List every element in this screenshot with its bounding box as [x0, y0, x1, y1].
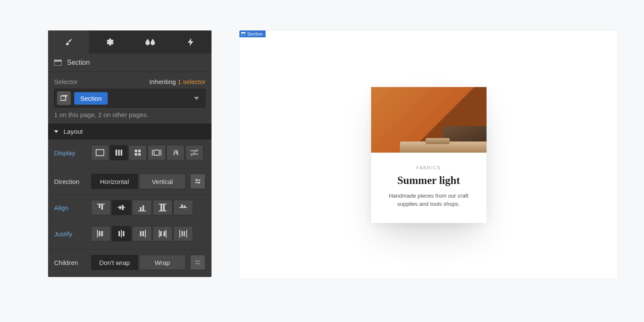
selector-inheriting-link[interactable]: 1 selector — [178, 78, 206, 85]
breadcrumb-label: Section — [67, 59, 90, 66]
tab-effects[interactable] — [130, 30, 171, 54]
children-buttons: Don't wrap Wrap — [91, 255, 186, 270]
justify-end-icon — [138, 230, 146, 238]
layout-title: Layout — [63, 128, 83, 135]
display-inline-block-icon — [151, 150, 162, 156]
display-buttons: |A| — [91, 145, 203, 160]
reverse-icon — [194, 259, 202, 266]
align-baseline-button[interactable] — [173, 200, 193, 215]
gear-icon — [105, 37, 114, 47]
selector-meta: 1 on this page, 2 on other pages. — [48, 111, 212, 123]
selector-header: Selector Inheriting 1 selector — [48, 72, 212, 89]
justify-start-icon — [97, 230, 105, 238]
display-grid-icon — [135, 150, 141, 156]
canvas-selection-badge[interactable]: Section — [239, 30, 266, 37]
breadcrumb: Section — [48, 54, 212, 72]
panel-tabs — [48, 30, 212, 54]
children-row: Children Don't wrap Wrap — [48, 249, 212, 277]
canvas-selection-label: Section — [247, 31, 263, 36]
direction-row: Direction Horizontal Vertical — [48, 168, 212, 194]
canvas-section[interactable]: Section FABRICS Summer light Handmade pi… — [239, 30, 618, 279]
children-wrap-button[interactable]: Wrap — [139, 255, 186, 270]
display-row: Display |A| — [48, 139, 212, 166]
display-inline-icon: |A| — [173, 149, 178, 156]
section-icon — [241, 32, 245, 36]
align-start-button[interactable] — [91, 200, 111, 215]
display-grid-button[interactable] — [129, 145, 147, 160]
justify-around-button[interactable] — [173, 226, 193, 241]
card-image — [371, 87, 487, 153]
direction-vertical-button[interactable]: Vertical — [139, 174, 186, 189]
card-title: Summer light — [383, 175, 475, 187]
brush-icon — [64, 37, 73, 47]
svg-rect-1 — [54, 60, 62, 62]
children-nowrap-button[interactable]: Don't wrap — [91, 255, 138, 270]
reverse-icon — [194, 178, 202, 185]
svg-rect-2 — [60, 96, 66, 100]
display-inline-block-button[interactable] — [148, 145, 166, 160]
direction-buttons: Horizontal Vertical — [91, 174, 186, 189]
display-flex-button[interactable] — [110, 145, 128, 160]
card-eyebrow: FABRICS — [383, 166, 475, 170]
display-none-icon — [190, 149, 198, 156]
direction-reverse-button[interactable] — [190, 174, 206, 189]
layout-group-header[interactable]: Layout — [48, 123, 212, 139]
direction-horizontal-button[interactable]: Horizontal — [91, 174, 138, 189]
selector-field[interactable]: Section — [54, 89, 206, 108]
direction-label: Direction — [54, 178, 87, 185]
selector-state-icon — [60, 95, 67, 101]
card-description: Handmade pieces from our craft supplies … — [383, 192, 475, 208]
justify-center-icon — [118, 230, 125, 238]
justify-row: Justify — [48, 220, 212, 247]
caret-down-icon — [54, 130, 58, 133]
tab-interactions[interactable] — [171, 30, 212, 54]
justify-end-button[interactable] — [132, 226, 152, 241]
svg-rect-5 — [241, 32, 245, 33]
display-inline-button[interactable]: |A| — [166, 145, 184, 160]
display-flex-icon — [115, 150, 122, 156]
justify-start-button[interactable] — [91, 226, 111, 241]
card-body: FABRICS Summer light Handmade pieces fro… — [371, 153, 487, 223]
align-buttons — [91, 200, 193, 215]
align-row: Align — [48, 194, 212, 220]
chevron-down-icon — [194, 97, 199, 100]
canvas-content: FABRICS Summer light Handmade pieces fro… — [240, 31, 617, 279]
children-reverse-button[interactable] — [190, 255, 206, 270]
selector-chip[interactable]: Section — [74, 92, 108, 105]
selector-state-button[interactable] — [57, 91, 71, 105]
tab-settings[interactable] — [89, 30, 130, 54]
justify-label: Justify — [54, 230, 87, 238]
justify-between-button[interactable] — [153, 226, 172, 241]
align-center-button[interactable] — [112, 200, 131, 215]
align-baseline-icon — [179, 204, 187, 211]
align-stretch-button[interactable] — [153, 200, 172, 215]
svg-rect-3 — [62, 95, 67, 96]
justify-around-icon — [179, 230, 187, 238]
display-block-button[interactable] — [91, 145, 109, 160]
justify-buttons — [91, 226, 193, 241]
tab-style[interactable] — [48, 30, 89, 54]
droplets-icon — [145, 37, 155, 47]
selector-inheriting: Inheriting 1 selector — [149, 78, 206, 85]
style-panel: Section Selector Inheriting 1 selector S… — [48, 30, 212, 277]
display-label: Display — [54, 149, 87, 156]
justify-center-button[interactable] — [112, 226, 131, 241]
selector-label: Selector — [54, 78, 78, 85]
align-start-icon — [97, 204, 105, 211]
display-none-button[interactable] — [185, 145, 203, 160]
align-center-icon — [118, 204, 125, 211]
section-icon — [54, 60, 62, 66]
align-end-icon — [138, 204, 146, 211]
product-card[interactable]: FABRICS Summer light Handmade pieces fro… — [371, 87, 487, 223]
align-label: Align — [54, 204, 87, 211]
display-block-icon — [96, 149, 104, 156]
children-label: Children — [54, 259, 87, 266]
align-end-button[interactable] — [132, 200, 152, 215]
align-stretch-icon — [159, 204, 166, 211]
justify-between-icon — [159, 230, 166, 238]
app-stage: Section Selector Inheriting 1 selector S… — [0, 0, 644, 322]
bolt-icon — [186, 37, 196, 47]
